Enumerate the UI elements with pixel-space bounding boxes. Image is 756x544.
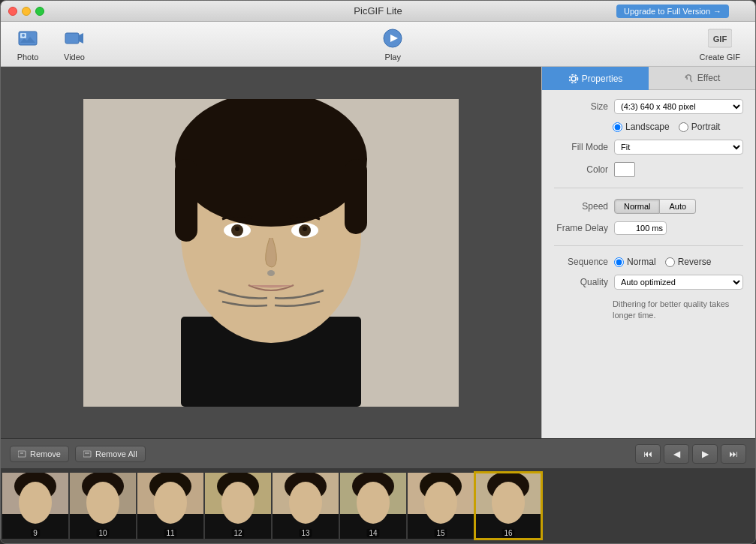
- svg-point-50: [289, 482, 322, 524]
- right-panel: Properties Effect Size: [541, 67, 755, 438]
- title-bar: PicGIF Lite Upgrade to Full Version →: [1, 1, 755, 22]
- svg-point-62: [492, 482, 525, 524]
- orientation-group: Landscape Portrait: [613, 122, 720, 132]
- panel-content: Size (4:3) 640 x 480 pixel Landscape: [542, 90, 755, 331]
- svg-rect-16: [175, 159, 197, 242]
- remove-label: Remove: [30, 449, 61, 458]
- landscape-option[interactable]: Landscape: [613, 122, 670, 132]
- video-icon: [62, 26, 86, 50]
- speed-auto-btn[interactable]: Auto: [660, 199, 696, 214]
- svg-point-2: [22, 34, 25, 37]
- frame-number-10: 10: [96, 529, 109, 537]
- portrait-label: Portrait: [691, 122, 721, 132]
- portrait-option[interactable]: Portrait: [679, 122, 721, 132]
- svg-point-54: [357, 482, 390, 524]
- toolbar: Photo Video Play: [1, 22, 755, 67]
- sequence-label: Sequence: [554, 257, 608, 267]
- photo-label: Photo: [17, 53, 39, 62]
- sequence-reverse-option[interactable]: Reverse: [665, 257, 712, 267]
- create-gif-label: Create GIF: [700, 53, 740, 62]
- size-select[interactable]: (4:3) 640 x 480 pixel: [614, 99, 743, 114]
- frame-number-14: 14: [366, 529, 379, 537]
- svg-point-46: [221, 482, 255, 524]
- svg-rect-17: [345, 159, 367, 234]
- middle-section: Properties Effect Size: [1, 67, 755, 438]
- play-label: Play: [385, 53, 401, 62]
- minimize-button[interactable]: [22, 7, 31, 16]
- app-window: PicGIF Lite Upgrade to Full Version → Ph…: [0, 0, 756, 544]
- upgrade-label: Upgrade to Full Version: [624, 7, 710, 16]
- preview-image: [83, 99, 459, 407]
- sequence-normal-option[interactable]: Normal: [614, 257, 656, 267]
- go-last-button[interactable]: ⏭: [721, 444, 746, 464]
- speed-row: Speed Normal Auto: [554, 199, 743, 214]
- tab-effect[interactable]: Effect: [649, 67, 755, 90]
- fill-mode-select[interactable]: Fit: [614, 140, 743, 155]
- close-button[interactable]: [8, 7, 17, 16]
- frame-number-16: 16: [501, 529, 514, 537]
- remove-button[interactable]: Remove: [10, 446, 69, 462]
- frame-delay-row: Frame Delay: [554, 221, 743, 235]
- play-button[interactable]: Play: [381, 26, 405, 62]
- video-button[interactable]: Video: [62, 26, 86, 62]
- color-row: Color: [554, 162, 743, 177]
- frame-number-12: 12: [231, 529, 244, 537]
- svg-point-25: [571, 77, 576, 81]
- photo-icon: [16, 26, 40, 50]
- play-icon: [381, 26, 405, 50]
- frame-delay-label: Frame Delay: [554, 223, 608, 233]
- preview-area: [1, 67, 541, 438]
- bottom-toolbar: Remove Remove All ⏮ ◀ ▶ ⏭: [1, 438, 755, 468]
- film-frame-14[interactable]: 14: [340, 473, 406, 539]
- quality-label: Quality: [554, 277, 608, 287]
- orientation-row: Landscape Portrait: [613, 122, 743, 132]
- face-display: [83, 99, 459, 407]
- fill-mode-row: Fill Mode Fit: [554, 140, 743, 155]
- window-controls: [8, 7, 44, 16]
- photo-button[interactable]: Photo: [16, 26, 40, 62]
- upgrade-button[interactable]: Upgrade to Full Version →: [616, 5, 729, 18]
- frame-delay-input[interactable]: [614, 221, 667, 235]
- film-frame-9[interactable]: 9: [2, 473, 68, 539]
- speed-normal-btn[interactable]: Normal: [614, 199, 660, 214]
- svg-point-23: [303, 227, 307, 231]
- film-frame-10[interactable]: 10: [70, 473, 136, 539]
- go-prev-button[interactable]: ◀: [664, 444, 689, 464]
- svg-point-24: [267, 270, 275, 276]
- svg-point-26: [569, 74, 577, 83]
- sequence-normal-label: Normal: [627, 257, 656, 267]
- film-frame-12[interactable]: 12: [205, 473, 271, 539]
- svg-point-42: [154, 482, 187, 524]
- go-first-button[interactable]: ⏮: [635, 444, 661, 464]
- tab-properties-label: Properties: [582, 74, 623, 84]
- svg-point-20: [235, 227, 239, 231]
- color-swatch[interactable]: [614, 162, 635, 177]
- divider-1: [554, 188, 743, 188]
- go-next-button[interactable]: ▶: [692, 444, 718, 464]
- film-frame-15[interactable]: 15: [408, 473, 474, 539]
- remove-all-button[interactable]: Remove All: [75, 446, 146, 462]
- quality-select[interactable]: Auto optimized: [614, 275, 743, 290]
- film-frame-13[interactable]: 13: [273, 473, 339, 539]
- remove-all-label: Remove All: [95, 449, 137, 458]
- speed-buttons: Normal Auto: [614, 199, 696, 214]
- quality-row: Quality Auto optimized: [554, 275, 743, 290]
- sequence-reverse-label: Reverse: [678, 257, 712, 267]
- svg-text:GIF: GIF: [712, 35, 727, 44]
- tab-properties[interactable]: Properties: [542, 67, 649, 90]
- window-title: PicGIF Lite: [354, 5, 402, 17]
- color-label: Color: [554, 164, 608, 175]
- create-gif-button[interactable]: GIF Create GIF: [700, 26, 740, 62]
- svg-rect-4: [65, 33, 79, 44]
- speed-label: Speed: [554, 201, 608, 212]
- tab-effect-label: Effect: [697, 73, 720, 83]
- remove-icon: [18, 450, 27, 458]
- film-frame-11[interactable]: 11: [137, 473, 203, 539]
- sequence-row: Sequence Normal Reverse: [554, 257, 743, 267]
- sequence-group: Normal Reverse: [614, 257, 711, 267]
- film-frame-16[interactable]: 16: [475, 473, 541, 539]
- svg-point-38: [86, 482, 119, 524]
- maximize-button[interactable]: [35, 7, 44, 16]
- frame-number-13: 13: [299, 529, 312, 537]
- svg-rect-29: [83, 451, 91, 457]
